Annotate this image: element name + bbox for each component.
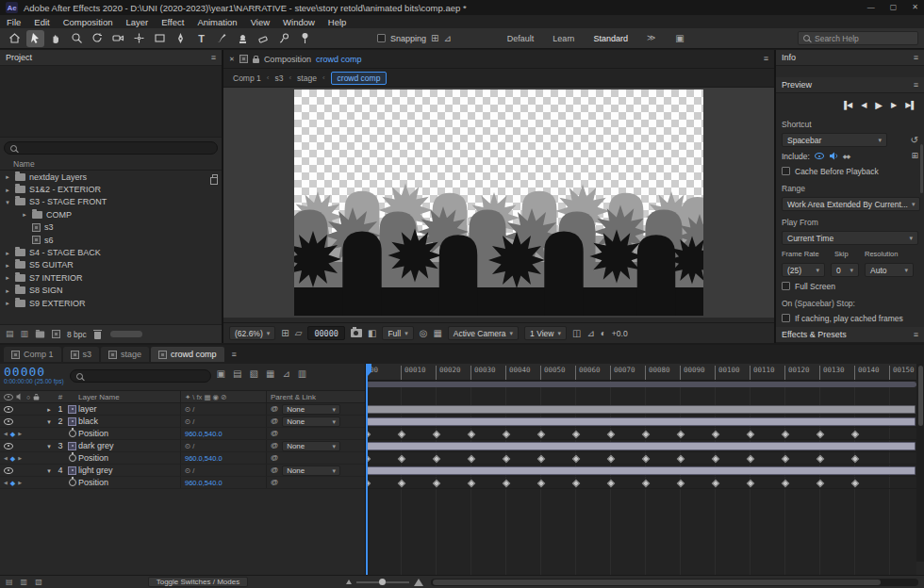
menu-window[interactable]: Window (276, 17, 322, 27)
keyframe-diamond[interactable] (571, 454, 579, 462)
keyframe-diamond[interactable] (571, 430, 579, 437)
twirl-icon[interactable] (4, 274, 11, 281)
layer-bar-row[interactable] (366, 440, 916, 452)
panel-menu-icon[interactable] (211, 54, 216, 62)
current-time-display[interactable]: 00000 0:00:00:00 (25.00 fps) (4, 366, 64, 385)
graph-editor-icon[interactable] (298, 369, 306, 379)
layer-duration-bar[interactable] (367, 417, 916, 426)
reset-icon[interactable] (911, 136, 918, 145)
time-ruler[interactable]: 0000010000200003000040000500006000070000… (366, 364, 916, 381)
expand-in-out-icon[interactable] (35, 579, 42, 586)
project-item[interactable]: COMP (0, 208, 222, 220)
layer-name[interactable]: layer (78, 404, 180, 414)
help-search-box[interactable]: Search Help (798, 31, 918, 45)
project-search-box[interactable] (4, 141, 218, 155)
parent-dropdown[interactable]: None (282, 416, 340, 427)
property-name[interactable]: Position (78, 429, 180, 438)
keyframe-diamond[interactable] (816, 479, 823, 486)
layer-bar-row[interactable] (366, 465, 916, 477)
layer-switches[interactable]: ⊙ / (180, 403, 267, 415)
keyframe-diamond[interactable] (502, 454, 509, 462)
effects-presets-label[interactable]: Effects & Presets (782, 330, 847, 339)
stopwatch-icon[interactable] (69, 454, 76, 462)
keyframe-diamond[interactable] (397, 454, 404, 462)
keyframe-diamond[interactable] (711, 430, 718, 437)
panel-layout-icon[interactable] (675, 34, 684, 43)
keyframe-row[interactable] (366, 477, 916, 489)
snapshot-camera-icon[interactable] (351, 329, 362, 337)
project-item[interactable]: S4 - STAGE BACK (0, 246, 222, 258)
panel-scrollbar[interactable] (920, 144, 923, 193)
keyframe-diamond[interactable] (816, 430, 823, 437)
twirl-icon[interactable] (4, 173, 11, 180)
current-time-indicator[interactable] (366, 364, 368, 575)
project-item[interactable]: S5 GUITAR (0, 259, 222, 271)
twirl-icon[interactable] (43, 418, 55, 425)
menu-view[interactable]: View (244, 17, 276, 27)
breadcrumb-current[interactable]: crowd comp (331, 72, 388, 85)
keyframe-diamond[interactable] (746, 454, 753, 462)
panel-menu-icon[interactable] (914, 54, 918, 62)
project-tab-label[interactable]: Project (6, 53, 32, 62)
twirl-icon[interactable] (4, 262, 11, 269)
next-keyframe-icon[interactable] (18, 432, 22, 436)
full-screen-checkbox[interactable] (782, 282, 790, 290)
timeline-tab-stage[interactable]: stage (101, 347, 149, 362)
motion-blur-icon[interactable] (282, 369, 289, 379)
snap-to-grid-icon[interactable] (431, 34, 438, 43)
shortcut-dropdown[interactable]: Spacebar (782, 133, 887, 147)
menu-layer[interactable]: Layer (120, 17, 156, 27)
timeline-horizontal-scrollbar[interactable] (431, 579, 918, 586)
pick-whip-icon[interactable] (271, 417, 278, 425)
layer-duration-bar[interactable] (367, 442, 916, 450)
keyframe-toggle-icon[interactable] (10, 431, 15, 437)
keyframe-diamond[interactable] (467, 479, 474, 486)
project-item[interactable]: s6 (0, 234, 222, 246)
property-value[interactable]: 960.0,540.0 (180, 428, 267, 439)
property-name[interactable]: Position (78, 478, 180, 487)
workspace-overflow-icon[interactable] (647, 34, 655, 42)
rotation-tool-button[interactable] (89, 30, 107, 47)
keyframe-diamond[interactable] (432, 479, 439, 486)
layer-name[interactable]: dark grey (78, 441, 180, 450)
timeline-vertical-scrollbar[interactable] (916, 364, 924, 562)
effects-presets-header[interactable]: Effects & Presets (776, 327, 924, 343)
layer-row-3[interactable]: 3 dark grey ⊙ / None (0, 440, 365, 452)
keyframe-diamond[interactable] (781, 479, 788, 486)
preview-tab-label[interactable]: Preview (782, 80, 812, 90)
keyframe-diamond[interactable] (816, 454, 823, 462)
frame-rate-dropdown[interactable]: (25) (782, 263, 825, 277)
info-tab-label[interactable]: Info (782, 53, 796, 62)
twirl-icon[interactable] (4, 300, 11, 306)
keyframe-diamond[interactable] (641, 479, 649, 486)
panel-menu-icon[interactable] (914, 81, 918, 90)
menu-effect[interactable]: Effect (155, 17, 190, 27)
workspace-standard[interactable]: Standard (593, 34, 628, 43)
preview-panel-header[interactable]: Preview (776, 77, 924, 93)
layer-switches[interactable]: ⊙ / (180, 465, 267, 476)
pick-whip-icon[interactable] (271, 430, 278, 437)
parent-dropdown[interactable]: None (282, 404, 340, 415)
keyframe-diamond[interactable] (676, 430, 684, 437)
first-frame-button[interactable] (841, 102, 852, 109)
timeline-zoom-control[interactable] (346, 579, 423, 586)
timeline-search-box[interactable] (70, 369, 211, 383)
include-grid-icon[interactable] (911, 152, 918, 160)
next-keyframe-icon[interactable] (18, 481, 22, 485)
work-area-bar[interactable] (366, 382, 916, 387)
last-frame-button[interactable] (905, 102, 916, 109)
keyframe-diamond[interactable] (467, 454, 474, 462)
layer-bar-row[interactable] (366, 416, 916, 428)
eraser-tool-button[interactable] (255, 30, 272, 47)
menu-edit[interactable]: Edit (27, 17, 56, 27)
zoom-in-mountain-icon[interactable] (414, 579, 423, 586)
delete-icon[interactable] (93, 330, 102, 339)
exposure-value[interactable]: +0.0 (612, 329, 628, 338)
roto-brush-tool-button[interactable] (275, 30, 293, 47)
keyframe-diamond[interactable] (676, 454, 684, 462)
keyframe-diamond[interactable] (502, 479, 509, 486)
camera-tool-button[interactable] (109, 30, 127, 47)
panel-scrollbar[interactable] (110, 331, 142, 337)
include-audio-speaker-icon[interactable] (829, 152, 838, 160)
keyframe-diamond[interactable] (711, 454, 718, 462)
